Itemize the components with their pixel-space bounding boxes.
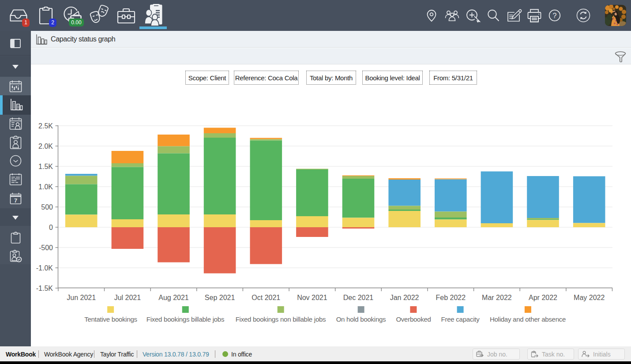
svg-text:500: 500 (41, 203, 53, 211)
svg-text:Jan 2022: Jan 2022 (390, 294, 419, 301)
svg-text:Mar 2022: Mar 2022 (482, 294, 512, 301)
svg-text:Jul 2021: Jul 2021 (114, 294, 141, 301)
svg-text:Nov 2021: Nov 2021 (297, 294, 327, 301)
svg-text:0: 0 (49, 224, 53, 231)
svg-text:Dec 2021: Dec 2021 (343, 294, 374, 301)
svg-text:Jun 2021: Jun 2021 (67, 294, 96, 301)
svg-text:Sep 2021: Sep 2021 (205, 294, 235, 301)
svg-text:?: ? (553, 12, 557, 19)
svg-text:7: 7 (14, 197, 17, 204)
svg-text:May 2022: May 2022 (574, 294, 605, 301)
svg-text:Oct 2021: Oct 2021 (252, 294, 280, 301)
svg-text:2.5K: 2.5K (38, 122, 53, 130)
svg-text:Feb 2022: Feb 2022 (436, 294, 466, 301)
svg-text:-500: -500 (39, 244, 53, 251)
svg-text:2.0K: 2.0K (38, 143, 53, 150)
svg-text:1.5K: 1.5K (38, 163, 53, 170)
svg-text:-1.5K: -1.5K (36, 285, 53, 292)
svg-text:1.0K: 1.0K (38, 183, 53, 191)
svg-text:-1.0K: -1.0K (36, 264, 53, 272)
svg-text:Aug 2021: Aug 2021 (158, 294, 189, 301)
svg-text:Apr 2022: Apr 2022 (529, 294, 557, 301)
